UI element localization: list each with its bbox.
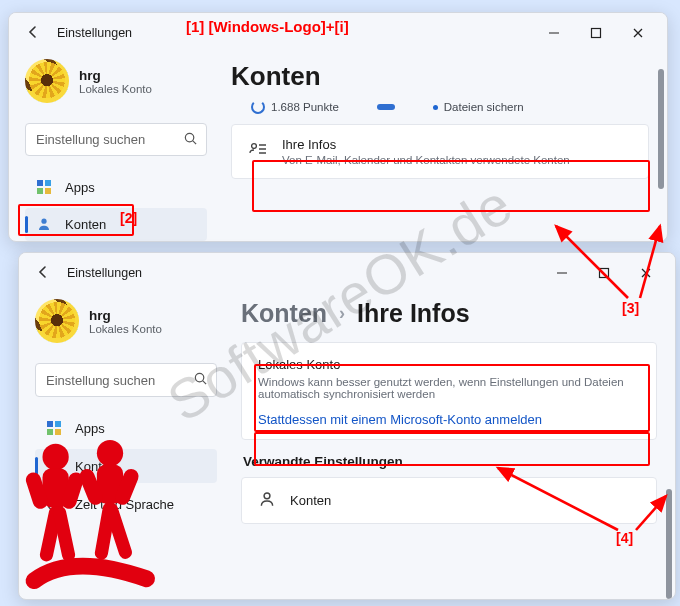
svg-rect-4 [37,180,43,186]
card-title: Konten [290,493,331,508]
breadcrumb: Konten › Ihre Infos [241,299,657,328]
local-account-title: Lokales Konto [258,357,640,372]
svg-line-16 [203,381,206,384]
user-subtitle: Lokales Konto [79,83,152,95]
breadcrumb-current: Ihre Infos [357,299,470,328]
apps-icon [35,178,53,196]
sidebar-item-label: Apps [75,421,105,436]
sidebar: hrg Lokales Konto Einstellung suchen App… [19,293,229,599]
backup-label: Dateien sichern [444,101,524,113]
svg-rect-18 [55,421,61,427]
search-placeholder: Einstellung suchen [46,373,193,388]
svg-rect-14 [600,269,609,278]
svg-point-8 [41,219,46,224]
card-local-account: Lokales Konto Windows kann besser genutz… [241,342,657,440]
svg-rect-5 [45,180,51,186]
back-button[interactable] [23,24,43,43]
sidebar-item-label: Zeit und Sprache [75,497,174,512]
sidebar-item-label: Konten [65,217,106,232]
titlebar: Einstellungen [19,253,675,293]
close-button[interactable] [625,257,667,289]
chevron-right-icon: › [339,303,345,324]
sidebar: hrg Lokales Konto Einstellung suchen App… [9,53,219,241]
sidebar-item-konten[interactable]: Konten [35,449,217,483]
svg-rect-7 [45,188,51,194]
sidebar-item-konten[interactable]: Konten [25,208,207,241]
svg-point-21 [51,461,56,466]
sidebar-item-label: Apps [65,180,95,195]
search-icon [183,131,198,149]
settings-window-2: Einstellungen hrg Lokales Konto Einstell… [18,252,676,600]
svg-rect-17 [47,421,53,427]
clock-icon [45,495,63,513]
card-your-info[interactable]: Ihre Infos Von E-Mail, Kalender und Kont… [231,124,649,179]
svg-rect-6 [37,188,43,194]
points-label: 1.688 Punkte [271,101,339,113]
minimize-button[interactable] [533,17,575,49]
person-icon [258,490,276,511]
status-line: 1.688 Punkte Dateien sichern [231,100,649,114]
close-button[interactable] [617,17,659,49]
bullet-icon [433,105,438,110]
user-header[interactable]: hrg Lokales Konto [25,59,207,103]
svg-line-3 [193,141,196,144]
window-title: Einstellungen [67,266,142,280]
search-input[interactable]: Einstellung suchen [25,123,207,156]
scrollbar[interactable] [666,299,672,593]
user-subtitle: Lokales Konto [89,323,162,335]
card-title: Ihre Infos [282,137,570,152]
maximize-button[interactable] [575,17,617,49]
svg-point-15 [195,373,203,381]
back-button[interactable] [33,264,53,283]
main-pane: Konten › Ihre Infos Lokales Konto Window… [229,293,675,599]
breadcrumb-parent[interactable]: Konten [241,299,327,328]
search-placeholder: Einstellung suchen [36,132,183,147]
svg-rect-19 [47,429,53,435]
search-icon [193,371,208,389]
local-account-subtitle: Windows kann besser genutzt werden, wenn… [258,376,640,400]
user-header[interactable]: hrg Lokales Konto [35,299,217,343]
apps-icon [45,419,63,437]
search-input[interactable]: Einstellung suchen [35,363,217,397]
svg-rect-20 [55,429,61,435]
svg-point-9 [252,144,257,149]
scrollbar[interactable] [658,59,664,235]
person-icon [45,457,63,475]
settings-window-1: Einstellungen hrg Lokales Konto Einstell… [8,12,668,242]
avatar [35,299,79,343]
maximize-button[interactable] [583,257,625,289]
svg-point-23 [264,493,270,499]
card-related-accounts[interactable]: Konten [241,477,657,524]
svg-rect-1 [592,29,601,38]
points-icon [251,100,265,114]
your-info-icon [248,140,268,163]
minimize-button[interactable] [541,257,583,289]
window-title: Einstellungen [57,26,132,40]
sidebar-item-apps[interactable]: Apps [25,170,207,203]
titlebar: Einstellungen [9,13,667,53]
svg-point-2 [185,133,193,141]
sidebar-item-apps[interactable]: Apps [35,411,217,445]
card-subtitle: Von E-Mail, Kalender und Kontakten verwe… [282,154,570,166]
scrollbar-thumb[interactable] [666,489,672,599]
sidebar-item-time-language[interactable]: Zeit und Sprache [35,487,217,521]
page-title: Konten [231,61,649,92]
avatar [25,59,69,103]
related-settings-heading: Verwandte Einstellungen [243,454,657,469]
user-name: hrg [79,68,152,83]
main-pane: Konten 1.688 Punkte Dateien sichern Ihre… [219,53,667,241]
backup-bar-icon [377,104,395,110]
sign-in-microsoft-link[interactable]: Stattdessen mit einem Microsoft-Konto an… [258,412,640,427]
scrollbar-thumb[interactable] [658,69,664,189]
sidebar-item-label: Konten [75,459,116,474]
person-icon [35,215,53,233]
user-name: hrg [89,308,162,323]
